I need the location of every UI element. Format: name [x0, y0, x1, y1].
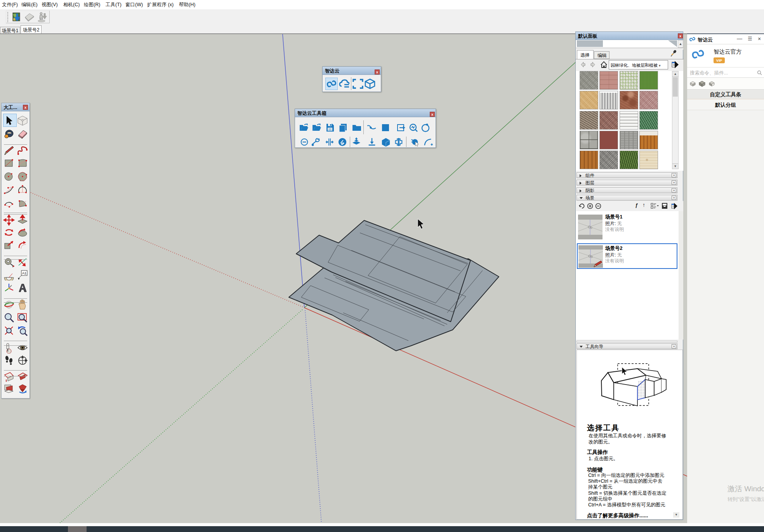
svg-text:A1: A1	[22, 271, 26, 275]
